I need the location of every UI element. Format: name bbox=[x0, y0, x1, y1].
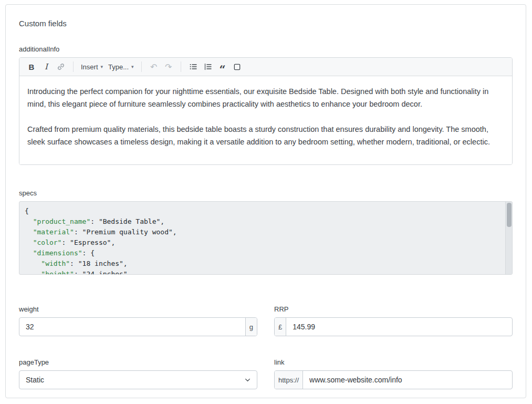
link-label: link bbox=[274, 358, 513, 366]
custom-fields-card: Custom fields additionalInfo B I bbox=[5, 4, 526, 398]
ordered-list-button[interactable] bbox=[201, 60, 215, 74]
rrp-label: RRP bbox=[274, 305, 513, 313]
card-title: Custom fields bbox=[19, 19, 513, 28]
select-chevron-icon bbox=[245, 378, 251, 382]
link-input-group: https:// bbox=[274, 370, 513, 389]
weight-label: weight bbox=[19, 305, 257, 313]
weight-rrp-row: weight g RRP £ bbox=[19, 305, 513, 336]
bullet-list-button[interactable] bbox=[186, 60, 200, 74]
code-line: "width": "18 inches", bbox=[25, 258, 500, 269]
quote-icon: “ bbox=[220, 67, 226, 72]
rich-text-editor: B I Insert ▾ Ty bbox=[19, 57, 513, 165]
insert-dropdown-label: Insert bbox=[81, 63, 98, 71]
toolbar-divider bbox=[141, 61, 142, 72]
italic-button[interactable]: I bbox=[39, 60, 53, 74]
specs-code-editor[interactable]: { "product_name": "Bedside Table", "mate… bbox=[19, 201, 513, 275]
image-icon bbox=[233, 63, 241, 71]
weight-unit-addon: g bbox=[245, 318, 257, 336]
code-line: "height": "24 inches", bbox=[25, 269, 500, 275]
link-button[interactable] bbox=[54, 60, 68, 74]
code-line: { bbox=[25, 206, 500, 216]
bold-button[interactable]: B bbox=[25, 60, 38, 74]
weight-input[interactable] bbox=[19, 318, 245, 336]
rrp-input-group: £ bbox=[274, 317, 513, 336]
pagetype-link-row: pageType Static link https:// bbox=[19, 358, 513, 389]
undo-button[interactable]: ↶ bbox=[147, 60, 161, 74]
page-type-field: pageType Static bbox=[19, 358, 257, 389]
additional-info-label: additionalInfo bbox=[19, 45, 513, 53]
code-line: "dimensions": { bbox=[25, 248, 500, 258]
page-type-select[interactable]: Static bbox=[19, 370, 257, 389]
rrp-input[interactable] bbox=[286, 318, 512, 336]
page-type-label: pageType bbox=[19, 358, 257, 366]
type-dropdown-label: Type... bbox=[108, 63, 129, 71]
toolbar-divider bbox=[181, 61, 181, 72]
rte-paragraph: Introducing the perfect companion for yo… bbox=[27, 85, 504, 110]
code-line: "color": "Espresso", bbox=[25, 237, 500, 248]
rte-toolbar: B I Insert ▾ Ty bbox=[19, 58, 512, 76]
toolbar-divider bbox=[73, 61, 74, 72]
blockquote-button[interactable]: “ bbox=[216, 60, 230, 74]
rte-paragraph: Crafted from premium quality materials, … bbox=[27, 123, 504, 148]
rrp-currency-addon: £ bbox=[275, 318, 286, 336]
redo-button[interactable]: ↷ bbox=[162, 60, 175, 74]
code-line: "product_name": "Bedside Table", bbox=[25, 216, 500, 227]
ordered-list-icon bbox=[204, 63, 212, 71]
rrp-field: RRP £ bbox=[274, 305, 513, 336]
redo-icon: ↷ bbox=[165, 62, 172, 72]
scrollbar-thumb[interactable] bbox=[507, 203, 512, 227]
specs-label: specs bbox=[19, 189, 513, 197]
type-dropdown[interactable]: Type... ▾ bbox=[106, 60, 136, 74]
link-icon bbox=[57, 63, 65, 71]
chevron-down-icon: ▾ bbox=[101, 64, 103, 69]
image-button[interactable] bbox=[231, 60, 244, 74]
page: Custom fields additionalInfo B I bbox=[0, 0, 532, 404]
chevron-down-icon: ▾ bbox=[131, 64, 134, 69]
link-input[interactable] bbox=[303, 371, 512, 389]
weight-field: weight g bbox=[19, 305, 257, 336]
link-protocol-addon: https:// bbox=[275, 371, 303, 389]
undo-icon: ↶ bbox=[150, 62, 157, 72]
insert-dropdown[interactable]: Insert ▾ bbox=[79, 60, 105, 74]
weight-input-group: g bbox=[19, 317, 257, 336]
page-type-selected-value: Static bbox=[26, 376, 44, 384]
scrollbar-track[interactable] bbox=[505, 202, 512, 274]
additional-info-body[interactable]: Introducing the perfect companion for yo… bbox=[19, 76, 512, 164]
code-line: "material": "Premium quality wood", bbox=[25, 227, 500, 237]
specs-code: { "product_name": "Bedside Table", "mate… bbox=[19, 202, 512, 275]
link-field: link https:// bbox=[274, 358, 513, 389]
bullet-list-icon bbox=[189, 63, 197, 71]
